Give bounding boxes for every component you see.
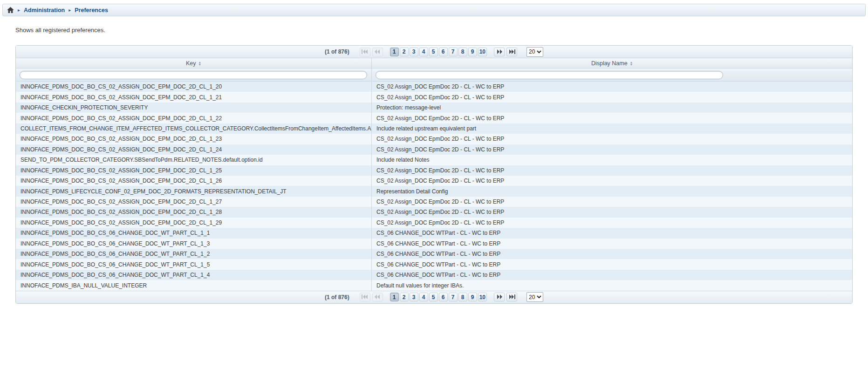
table-row: COLLECT_ITEMS_FROM_CHANGE_ITEM_AFFECTED_… xyxy=(16,123,852,134)
breadcrumb-separator-icon: ▸ xyxy=(68,8,71,13)
key-cell: INNOFACE_PDMS_DOC_BO_CS_06_CHANGE_DOC_WT… xyxy=(16,249,372,259)
key-cell: INNOFACE_PDMS_DOC_BO_CS_02_ASSIGN_DOC_EP… xyxy=(16,165,372,176)
table-row: SEND_TO_PDM_COLLECTOR_CATEGORY.SBSendToP… xyxy=(16,155,852,165)
display-name-cell: CS_06 CHANGE_DOC WTPart - CL - WC to ERP xyxy=(372,259,852,269)
key-cell: INNOFACE_PDMS_LIFECYCLE_CONF_02_EPM_DOC_… xyxy=(16,186,372,196)
key-cell: INNOFACE_PDMS_DOC_BO_CS_02_ASSIGN_DOC_EP… xyxy=(16,197,372,207)
key-cell: INNOFACE_PDMS_DOC_BO_CS_02_ASSIGN_DOC_EP… xyxy=(16,218,372,228)
table-row: INNOFACE_PDMS_DOC_BO_CS_02_ASSIGN_DOC_EP… xyxy=(16,92,852,102)
previous-page-button[interactable] xyxy=(372,48,383,56)
table-row: INNOFACE_PDMS_DOC_BO_CS_02_ASSIGN_DOC_EP… xyxy=(16,207,852,217)
display-name-cell: CS_02 Assign_DOC EpmDoc 2D - CL - WC to … xyxy=(372,207,852,217)
seek-first-icon xyxy=(362,48,368,55)
seek-prev-icon xyxy=(375,294,380,301)
key-filter-input[interactable] xyxy=(20,71,367,79)
page-3-button[interactable]: 3 xyxy=(410,48,418,56)
first-page-button[interactable] xyxy=(360,48,370,56)
table-row: INNOFACE_PDMS_DOC_BO_CS_02_ASSIGN_DOC_EP… xyxy=(16,113,852,123)
table-row: INNOFACE_PDMS_DOC_BO_CS_02_ASSIGN_DOC_EP… xyxy=(16,176,852,186)
page-description: Shows all registered preferences. xyxy=(15,27,105,34)
key-cell: INNOFACE_PDMS_DOC_BO_CS_02_ASSIGN_DOC_EP… xyxy=(16,113,372,123)
key-cell: INNOFACE_PDMS_DOC_BO_CS_02_ASSIGN_DOC_EP… xyxy=(16,176,372,186)
key-cell: INNOFACE_PDMS_DOC_BO_CS_06_CHANGE_DOC_WT… xyxy=(16,239,372,249)
seek-last-icon xyxy=(509,48,515,55)
table-row: INNOFACE_CHECKIN_PROTECTION_SEVERITYProt… xyxy=(16,103,852,113)
seek-next-icon xyxy=(497,48,502,55)
column-header-display-name-label: Display Name xyxy=(591,60,628,67)
page-8-button[interactable]: 8 xyxy=(458,48,467,56)
page-10-button[interactable]: 10 xyxy=(478,293,487,301)
seek-next-icon xyxy=(497,294,502,301)
key-cell: INNOFACE_PDMS_DOC_BO_CS_02_ASSIGN_DOC_EP… xyxy=(16,134,372,144)
page-1-button[interactable]: 1 xyxy=(390,48,399,56)
page-7-button[interactable]: 7 xyxy=(449,293,458,301)
table-row: INNOFACE_PDMS_DOC_BO_CS_02_ASSIGN_DOC_EP… xyxy=(16,134,852,144)
page-3-button[interactable]: 3 xyxy=(410,293,418,301)
display-name-cell: CS_02 Assign_DOC EpmDoc 2D - CL - WC to … xyxy=(372,134,852,144)
page-5-button[interactable]: 5 xyxy=(429,48,438,56)
display-name-filter-input[interactable] xyxy=(376,71,723,79)
rows-per-page-select[interactable]: 20 xyxy=(526,292,543,302)
display-name-cell: CS_02 Assign_DOC EpmDoc 2D - CL - WC to … xyxy=(372,144,852,155)
display-name-cell: CS_06 CHANGE_DOC WTPart - CL - WC to ERP xyxy=(372,228,852,238)
page-2-button[interactable]: 2 xyxy=(400,293,409,301)
page-2-button[interactable]: 2 xyxy=(400,48,409,56)
paginator-top: (1 of 876) 12345678910 20 xyxy=(16,46,852,58)
page-buttons: 12345678910 xyxy=(390,48,487,56)
column-header-key[interactable]: Key ▲▼ xyxy=(16,58,372,68)
breadcrumb: ▸ Administration ▸ Preferences xyxy=(2,4,866,16)
table-body: INNOFACE_PDMS_DOC_BO_CS_02_ASSIGN_DOC_EP… xyxy=(16,82,852,291)
paginator-current-text: (1 of 876) xyxy=(325,294,349,301)
home-icon[interactable] xyxy=(7,7,14,13)
page-5-button[interactable]: 5 xyxy=(429,293,438,301)
last-page-button[interactable] xyxy=(506,293,517,301)
next-page-button[interactable] xyxy=(494,48,505,56)
display-name-cell: CS_02 Assign_DOC EpmDoc 2D - CL - WC to … xyxy=(372,82,852,92)
breadcrumb-item-administration[interactable]: Administration xyxy=(24,7,65,14)
page-4-button[interactable]: 4 xyxy=(419,48,428,56)
display-name-cell: Protection: message-level xyxy=(372,103,852,113)
table-row: INNOFACE_PDMS_DOC_BO_CS_06_CHANGE_DOC_WT… xyxy=(16,270,852,280)
preferences-table: (1 of 876) 12345678910 20 K xyxy=(15,45,853,304)
table-row: INNOFACE_PDMS_DOC_BO_CS_06_CHANGE_DOC_WT… xyxy=(16,228,852,238)
key-cell: INNOFACE_CHECKIN_PROTECTION_SEVERITY xyxy=(16,103,372,113)
table-row: INNOFACE_PDMS_DOC_BO_CS_02_ASSIGN_DOC_EP… xyxy=(16,197,852,207)
paginator-current-text: (1 of 876) xyxy=(325,48,349,55)
seek-first-icon xyxy=(362,294,368,301)
display-name-cell: CS_02 Assign_DOC EpmDoc 2D - CL - WC to … xyxy=(372,197,852,207)
column-header-display-name[interactable]: Display Name ▲▼ xyxy=(372,58,852,68)
next-page-button[interactable] xyxy=(494,293,505,301)
display-name-cell: CS_02 Assign_DOC EpmDoc 2D - CL - WC to … xyxy=(372,113,852,123)
breadcrumb-item-preferences[interactable]: Preferences xyxy=(75,7,108,14)
table-row: INNOFACE_PDMS_DOC_BO_CS_02_ASSIGN_DOC_EP… xyxy=(16,144,852,155)
display-name-cell: CS_02 Assign_DOC EpmDoc 2D - CL - WC to … xyxy=(372,218,852,228)
table-row: INNOFACE_PDMS_LIFECYCLE_CONF_02_EPM_DOC_… xyxy=(16,186,852,196)
page-9-button[interactable]: 9 xyxy=(468,293,477,301)
key-cell: INNOFACE_PDMS_DOC_BO_CS_02_ASSIGN_DOC_EP… xyxy=(16,144,372,155)
table-filter-row xyxy=(16,68,852,82)
display-name-cell: Include related Notes xyxy=(372,155,852,165)
key-cell: INNOFACE_PDMS_DOC_BO_CS_02_ASSIGN_DOC_EP… xyxy=(16,207,372,217)
page-4-button[interactable]: 4 xyxy=(419,293,428,301)
display-name-cell: Include related upstream equivalent part xyxy=(372,123,852,134)
table-row: INNOFACE_PDMS_DOC_BO_CS_02_ASSIGN_DOC_EP… xyxy=(16,82,852,92)
page-1-button[interactable]: 1 xyxy=(390,293,399,301)
page-8-button[interactable]: 8 xyxy=(458,293,467,301)
sort-icon: ▲▼ xyxy=(630,61,633,66)
first-page-button[interactable] xyxy=(360,293,370,301)
seek-last-icon xyxy=(509,294,515,301)
page-6-button[interactable]: 6 xyxy=(439,48,448,56)
last-page-button[interactable] xyxy=(506,48,517,56)
rows-per-page-select[interactable]: 20 xyxy=(526,47,543,57)
seek-prev-icon xyxy=(375,48,380,55)
key-cell: INNOFACE_PDMS_DOC_BO_CS_02_ASSIGN_DOC_EP… xyxy=(16,92,372,102)
page-6-button[interactable]: 6 xyxy=(439,293,448,301)
display-name-cell: Representation Detail Config xyxy=(372,186,852,196)
page-7-button[interactable]: 7 xyxy=(449,48,458,56)
page-10-button[interactable]: 10 xyxy=(478,48,487,56)
previous-page-button[interactable] xyxy=(372,293,383,301)
page-9-button[interactable]: 9 xyxy=(468,48,477,56)
key-cell: INNOFACE_PDMS_DOC_BO_CS_02_ASSIGN_DOC_EP… xyxy=(16,82,372,92)
display-name-cell: CS_02 Assign_DOC EpmDoc 2D - CL - WC to … xyxy=(372,92,852,102)
display-name-cell: CS_06 CHANGE_DOC WTPart - CL - WC to ERP xyxy=(372,239,852,249)
